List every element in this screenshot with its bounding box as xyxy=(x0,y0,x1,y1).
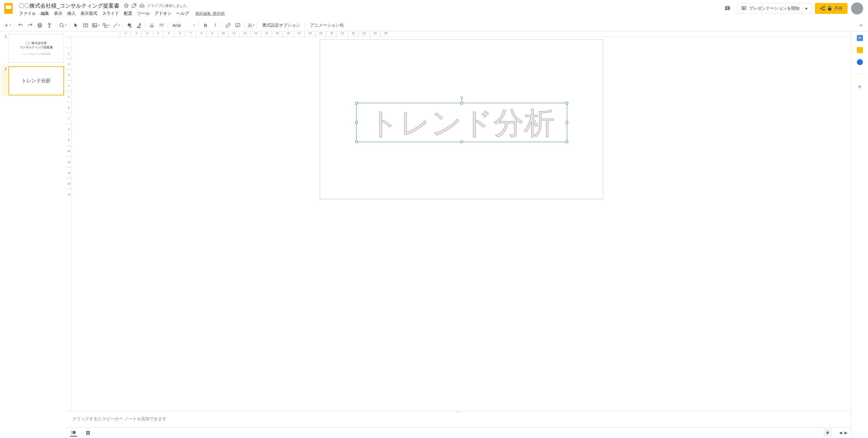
menu-file[interactable]: ファイル xyxy=(17,10,38,18)
resize-handle[interactable] xyxy=(461,141,463,143)
svg-rect-27 xyxy=(86,431,88,433)
slide-thumbnail-1[interactable]: 〇〇株式会社様 コンサルティング提案書 △△コンサルティング株式会社 xyxy=(8,34,64,63)
select-tool[interactable] xyxy=(71,21,81,30)
svg-rect-9 xyxy=(104,25,107,27)
link-button[interactable] xyxy=(224,21,233,30)
italic-button[interactable]: I xyxy=(211,21,220,30)
speaker-notes[interactable]: クリックするとスピーカー ノートを追加できます xyxy=(66,413,851,427)
last-edit-link[interactable]: 最終編集: 数秒前 xyxy=(195,10,225,18)
bold-button[interactable]: B xyxy=(201,21,210,30)
svg-rect-13 xyxy=(159,24,164,24)
paint-format-button[interactable] xyxy=(45,21,54,30)
present-button[interactable]: プレゼンテーションを開始 ▾ xyxy=(737,3,811,14)
slide-thumbnail-2[interactable]: トレンド分析 xyxy=(8,66,64,95)
animate-button[interactable]: アニメーション化 xyxy=(307,23,347,28)
wordart-object[interactable]: トレンド分析 xyxy=(356,103,567,142)
grid-view-button[interactable] xyxy=(84,429,92,437)
svg-rect-11 xyxy=(150,25,154,26)
comments-button[interactable] xyxy=(721,2,734,14)
svg-rect-23 xyxy=(71,431,72,431)
input-tools-button[interactable]: あ xyxy=(246,21,255,30)
shape-tool[interactable] xyxy=(101,21,111,30)
border-color-button[interactable] xyxy=(134,21,144,30)
svg-rect-29 xyxy=(86,433,88,434)
svg-rect-28 xyxy=(88,431,90,433)
tasks-icon[interactable] xyxy=(857,59,863,65)
border-dash-button[interactable] xyxy=(157,21,166,30)
prev-slide-icon[interactable]: ◀ xyxy=(839,431,842,435)
resize-handle[interactable] xyxy=(355,102,358,105)
image-tool[interactable] xyxy=(91,21,100,30)
collapse-toolbar-button[interactable] xyxy=(857,21,866,30)
svg-rect-25 xyxy=(71,433,72,434)
font-selector[interactable]: Arial xyxy=(170,21,197,30)
redo-button[interactable] xyxy=(26,21,35,30)
svg-point-4 xyxy=(60,23,63,27)
rotate-handle[interactable] xyxy=(461,96,463,99)
svg-rect-26 xyxy=(73,431,76,434)
resize-handle[interactable] xyxy=(355,121,358,124)
document-title[interactable]: 〇〇株式会社様_コンサルティング提案書 xyxy=(17,1,121,10)
textbox-tool[interactable] xyxy=(81,21,90,30)
undo-button[interactable] xyxy=(16,21,25,30)
svg-rect-17 xyxy=(159,26,160,27)
thumbnail-panel: 1 〇〇株式会社様 コンサルティング提案書 △△コンサルティング株式会社 2 ト… xyxy=(0,31,66,438)
star-icon[interactable] xyxy=(124,3,129,8)
new-slide-button[interactable] xyxy=(2,21,12,30)
menu-tools[interactable]: ツール xyxy=(135,10,152,18)
svg-rect-12 xyxy=(150,26,154,27)
svg-rect-6 xyxy=(93,24,97,27)
share-label: 共有 xyxy=(834,6,843,11)
print-button[interactable] xyxy=(35,21,44,30)
account-avatar[interactable] xyxy=(851,2,863,14)
comment-button[interactable] xyxy=(233,21,242,30)
svg-rect-20 xyxy=(163,26,164,27)
svg-rect-18 xyxy=(161,26,161,27)
svg-rect-10 xyxy=(150,24,154,24)
next-slide-icon[interactable]: ▶ xyxy=(844,431,847,435)
menu-view[interactable]: 表示 xyxy=(52,10,64,18)
menu-help[interactable]: ヘルプ xyxy=(174,10,191,18)
present-label: プレゼンテーションを開始 xyxy=(749,6,800,11)
menu-format[interactable]: 表示形式 xyxy=(79,10,99,18)
resize-handle[interactable] xyxy=(566,102,568,105)
filmstrip-view-button[interactable] xyxy=(70,429,77,437)
save-status: ドライブに保存しました xyxy=(147,3,187,8)
wordart-text[interactable]: トレンド分析 xyxy=(356,103,567,142)
svg-rect-15 xyxy=(161,25,162,26)
resize-handle[interactable] xyxy=(461,102,463,105)
menu-arrange[interactable]: 配置 xyxy=(122,10,134,18)
slides-logo[interactable] xyxy=(2,2,14,14)
thumb-number: 2 xyxy=(2,66,7,95)
menu-addons[interactable]: アドオン xyxy=(153,10,174,18)
calendar-icon[interactable] xyxy=(857,35,863,41)
resize-handle[interactable] xyxy=(566,141,568,143)
resize-handle[interactable] xyxy=(566,121,568,124)
cloud-saved-icon[interactable] xyxy=(139,3,145,8)
horizontal-ruler: 1234567891011121314151617181920212223242… xyxy=(72,31,851,37)
fill-color-button[interactable] xyxy=(125,21,134,30)
add-addon-icon[interactable]: + xyxy=(857,84,863,90)
thumb-number: 1 xyxy=(2,34,7,63)
border-weight-button[interactable] xyxy=(147,21,156,30)
format-options-button[interactable]: 書式設定オプション xyxy=(259,23,303,28)
zoom-button[interactable] xyxy=(58,21,67,30)
side-panel: + xyxy=(851,31,868,438)
svg-rect-19 xyxy=(162,26,162,27)
menu-slide[interactable]: スライド xyxy=(100,10,121,18)
present-dropdown[interactable]: ▾ xyxy=(803,3,807,13)
slide-canvas[interactable]: トレンド分析 xyxy=(320,39,603,199)
keep-icon[interactable] xyxy=(857,47,863,53)
menu-edit[interactable]: 編集 xyxy=(38,10,51,18)
explore-button[interactable] xyxy=(824,429,832,437)
svg-rect-16 xyxy=(163,25,164,26)
move-icon[interactable] xyxy=(131,3,137,8)
svg-rect-30 xyxy=(88,433,90,434)
line-tool[interactable] xyxy=(111,21,121,30)
share-button[interactable]: 共有 xyxy=(815,3,847,14)
vertical-ruler: 1234567891011121314 xyxy=(66,37,72,411)
menu-insert[interactable]: 挿入 xyxy=(65,10,78,18)
resize-handle[interactable] xyxy=(355,141,358,143)
svg-rect-14 xyxy=(159,25,160,26)
svg-rect-24 xyxy=(71,432,72,433)
